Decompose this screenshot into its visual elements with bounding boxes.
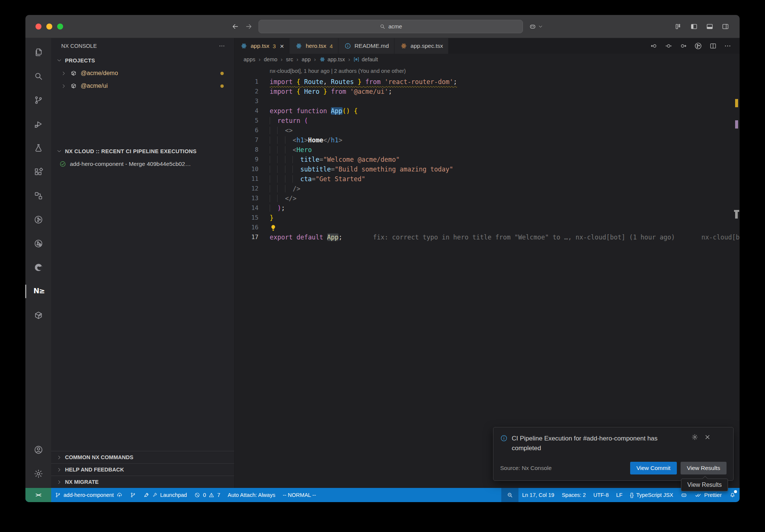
launchpad-button[interactable]: Launchpad (140, 488, 191, 502)
toggle-secondary-sidebar-icon[interactable] (722, 23, 729, 30)
activity-item-explorer[interactable] (25, 40, 51, 64)
line-number[interactable]: 11 (235, 174, 258, 184)
activity-item-graph-search[interactable] (25, 232, 51, 256)
code-line[interactable]: 1import { Route, Routes } from 'react-ro… (235, 77, 740, 87)
line-number[interactable]: 9 (235, 155, 258, 164)
line-number[interactable]: 16 (235, 223, 258, 232)
vim-mode-indicator[interactable]: -- NORMAL -- (279, 488, 320, 502)
activity-item-pipeline-graph[interactable] (25, 208, 51, 232)
section-nx-migrate[interactable]: NX MIGRATE (51, 476, 234, 488)
chevron-down-icon[interactable] (538, 24, 543, 29)
code-line[interactable]: 8 <Hero (235, 145, 740, 155)
language-mode-button[interactable]: {} TypeScript JSX (626, 488, 677, 502)
code-line[interactable]: 5 return ( (235, 116, 740, 126)
close-window-button[interactable] (35, 24, 41, 30)
run-graph-icon[interactable] (694, 42, 702, 50)
navigate-back-icon[interactable] (650, 42, 658, 50)
code-line[interactable]: 10 subtitle="Build something amazing tod… (235, 164, 740, 174)
more-actions-icon[interactable] (219, 43, 225, 49)
line-number[interactable]: 3 (235, 96, 258, 106)
eol-button[interactable]: LF (613, 488, 626, 502)
line-number[interactable]: 2 (235, 87, 258, 96)
line-number[interactable]: 1 (235, 77, 258, 87)
code-line[interactable]: 2import { Hero } from '@acme/ui'; (235, 87, 740, 96)
breadcrumb-item-demo[interactable]: demo (264, 56, 277, 62)
command-center-search[interactable]: acme (258, 20, 523, 33)
problems-button[interactable]: 0 7 (191, 488, 224, 502)
zoom-window-button[interactable] (57, 24, 63, 30)
project-item-acme-ui[interactable]: @acme/ui (51, 80, 234, 92)
line-number[interactable]: 7 (235, 135, 258, 145)
navigate-forward-icon[interactable] (679, 42, 687, 50)
activity-item-search[interactable] (25, 64, 51, 88)
overview-ruler[interactable] (734, 65, 740, 488)
code-line[interactable]: 6 <> (235, 126, 740, 135)
git-graph-button[interactable] (126, 488, 140, 502)
breadcrumb-item-src[interactable]: src (286, 56, 293, 62)
lightbulb-icon[interactable] (270, 224, 277, 231)
minimize-window-button[interactable] (46, 24, 52, 30)
section-common-nx-commands[interactable]: COMMON NX COMMANDS (51, 451, 234, 463)
code-line[interactable]: 4export function App() { (235, 106, 740, 116)
more-actions-icon[interactable] (724, 42, 731, 50)
activity-item-extensions[interactable] (25, 160, 51, 184)
tab-app.spec.tsx[interactable]: app.spec.tsx (394, 38, 448, 54)
auto-attach-button[interactable]: Auto Attach: Always (224, 488, 279, 502)
code-line[interactable]: 17export default App; fix: correct typo … (235, 232, 740, 242)
toggle-primary-sidebar-icon[interactable] (690, 23, 698, 30)
nx-cloud-section-header[interactable]: NX CLOUD :: RECENT CI PIPELINE EXECUTION… (51, 145, 234, 158)
remote-indicator[interactable]: >< (25, 488, 51, 502)
split-editor-icon[interactable] (709, 42, 717, 50)
record-step-icon[interactable] (665, 42, 672, 50)
code-line[interactable]: 13 </> (235, 194, 740, 203)
line-number[interactable]: 8 (235, 145, 258, 155)
line-number[interactable]: 12 (235, 184, 258, 194)
tab-README.md[interactable]: README.md (338, 38, 394, 54)
history-back-icon[interactable] (232, 23, 239, 30)
code-line[interactable]: 16 (235, 223, 740, 232)
code-editor[interactable]: nx-cloud[bot], 1 hour ago | 2 authors (Y… (235, 65, 740, 488)
activity-item-settings[interactable] (25, 462, 51, 486)
breadcrumb-item-apps[interactable]: apps (244, 56, 255, 62)
activity-item-containers[interactable] (25, 303, 51, 327)
zoom-status-button[interactable] (501, 488, 518, 502)
close-tab-icon[interactable]: × (280, 43, 284, 50)
customize-layout-icon[interactable] (675, 23, 682, 30)
projects-section-header[interactable]: PROJECTS (51, 54, 234, 67)
pipeline-execution-item[interactable]: add-hero-component - Merge 409b44e5cb02… (51, 158, 234, 170)
breadcrumb-item-app[interactable]: app (302, 56, 311, 62)
toggle-panel-icon[interactable] (706, 23, 713, 30)
history-forward-icon[interactable] (245, 23, 253, 30)
line-number[interactable]: 6 (235, 126, 258, 135)
close-icon[interactable] (704, 434, 711, 440)
tab-app.tsx[interactable]: app.tsx3× (235, 38, 289, 54)
activity-item-run-and-debug[interactable] (25, 112, 51, 136)
activity-item-edge-tools[interactable] (25, 256, 51, 279)
notification-settings-icon[interactable] (691, 434, 698, 440)
code-line[interactable]: 11 cta="Get Started" (235, 174, 740, 184)
activity-item-source-control[interactable] (25, 88, 51, 112)
code-line[interactable]: 7 <h1>Home</h1> (235, 135, 740, 145)
breadcrumb-item-default[interactable]: default (353, 56, 378, 62)
line-number[interactable]: 5 (235, 116, 258, 126)
encoding-button[interactable]: UTF-8 (589, 488, 612, 502)
line-number[interactable]: 14 (235, 203, 258, 213)
line-number[interactable]: 15 (235, 213, 258, 223)
activity-item-references[interactable] (25, 184, 51, 208)
git-branch-button[interactable]: add-hero-component (51, 488, 126, 502)
copilot-icon[interactable] (529, 23, 536, 30)
section-help-and-feedback[interactable]: HELP AND FEEDBACK (51, 463, 234, 476)
code-line[interactable]: 3 (235, 96, 740, 106)
line-number[interactable]: 17 (235, 232, 258, 242)
view-commit-button[interactable]: View Commit (630, 462, 677, 474)
breadcrumb-item-app.tsx[interactable]: app.tsx (319, 56, 345, 62)
code-line[interactable]: 12 /> (235, 184, 740, 194)
activity-item-accounts[interactable] (25, 438, 51, 462)
activity-item-testing[interactable] (25, 136, 51, 160)
activity-item-nx-console[interactable]: N≥ (25, 279, 51, 303)
view-results-button[interactable]: View Results (681, 462, 727, 474)
tab-hero.tsx[interactable]: hero.tsx4 (289, 38, 338, 54)
line-number[interactable]: 4 (235, 106, 258, 116)
cursor-position-button[interactable]: Ln 17, Col 19 (518, 488, 558, 502)
code-line[interactable]: 15} (235, 213, 740, 223)
